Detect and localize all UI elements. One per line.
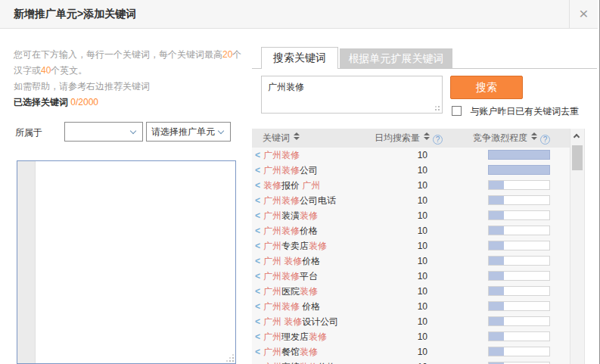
add-keyword-arrow-icon[interactable]: < [255, 193, 260, 208]
dialog-header: 新增推广单元>添加关键词 × [0, 0, 598, 29]
keywords-textarea[interactable] [36, 161, 235, 363]
table-row[interactable]: <广州专卖店装修10 [252, 238, 570, 254]
table-row[interactable]: <装修报价 广州10 [252, 178, 570, 193]
daily-search-volume: 10 [373, 314, 427, 329]
instructions-text: 您可在下方输入，每行一个关键词，每个关键词最高20个汉字或40个英文。 如需帮助… [14, 47, 250, 110]
add-keyword-arrow-icon[interactable]: < [255, 208, 260, 223]
chevron-down-icon [218, 128, 224, 134]
table-row[interactable]: <广州 装修价格10 [252, 254, 570, 269]
unit-select-value: 请选择推广单元 [151, 126, 215, 137]
daily-search-volume: 10 [373, 329, 427, 344]
plan-select[interactable] [64, 122, 143, 142]
resize-handle-icon[interactable] [432, 103, 440, 110]
table-row[interactable]: <广州餐馆装修10 [252, 344, 570, 359]
keyword-text: 装修报价 广州 [263, 178, 320, 193]
tab-search-keywords[interactable]: 搜索关键词 [261, 47, 338, 69]
table-row[interactable]: <广州宾馆装修价格10 [252, 359, 570, 364]
competition-bar [488, 286, 550, 296]
dedupe-row: 与账户昨日已有关键词去重 [452, 105, 579, 118]
keyword-text: 广州装修价格 [263, 223, 318, 238]
table-row[interactable]: <广州装修 价格10 [252, 299, 570, 314]
sort-icon[interactable] [294, 132, 300, 140]
table-row[interactable]: <广州装修10 [252, 148, 570, 163]
daily-search-volume: 10 [373, 344, 427, 359]
chevron-down-icon [130, 128, 136, 134]
competition-bar [488, 180, 550, 190]
keyword-text: 广州宾馆装修价格 [263, 359, 336, 364]
sort-icon[interactable] [531, 132, 537, 140]
daily-search-volume: 10 [373, 299, 427, 314]
unit-select[interactable]: 请选择推广单元 [146, 122, 231, 142]
keyword-table-body: <广州装修10<广州装修公司10<装修报价 广州10<广州装修公司电话10<广州… [252, 148, 570, 364]
table-row[interactable]: <广州装修价格10 [252, 223, 570, 238]
competition-bar [488, 256, 550, 266]
resize-handle-icon[interactable] [226, 354, 234, 362]
help-icon[interactable]: ? [433, 135, 443, 145]
table-row[interactable]: <广州理发店装修10 [252, 329, 570, 344]
table-scrollbar[interactable] [570, 129, 585, 364]
dedupe-checkbox[interactable] [452, 106, 462, 116]
sort-icon[interactable] [424, 132, 430, 140]
table-row[interactable]: <广州装修公司电话10 [252, 193, 570, 208]
add-keyword-arrow-icon[interactable]: < [255, 344, 260, 359]
daily-search-volume: 10 [373, 208, 427, 223]
add-keyword-arrow-icon[interactable]: < [255, 178, 260, 193]
add-keyword-arrow-icon[interactable]: < [255, 238, 260, 254]
add-keyword-arrow-icon[interactable]: < [255, 269, 260, 284]
belong-label: 所属于 [15, 126, 42, 139]
dedupe-label: 与账户昨日已有关键词去重 [470, 106, 579, 117]
scroll-up-icon[interactable] [570, 129, 584, 144]
scrollbar-thumb[interactable] [572, 145, 583, 170]
table-row[interactable]: <广州装潢装修10 [252, 208, 570, 223]
instructions-part3: 个英文。 [51, 65, 87, 76]
add-keyword-arrow-icon[interactable]: < [255, 254, 260, 269]
daily-search-volume: 10 [373, 359, 427, 364]
add-keyword-arrow-icon[interactable]: < [255, 223, 260, 238]
keywords-input-gutter [17, 161, 36, 363]
add-keyword-arrow-icon[interactable]: < [255, 299, 260, 314]
keywords-input-box [17, 160, 236, 364]
daily-search-volume: 10 [373, 269, 427, 284]
competition-bar [488, 241, 550, 250]
competition-bar [488, 226, 550, 235]
competition-bar [488, 271, 550, 281]
search-button[interactable]: 搜索 [450, 76, 523, 99]
add-keyword-arrow-icon[interactable]: < [255, 329, 260, 344]
daily-search-volume: 10 [373, 254, 427, 269]
add-keywords-dialog: 新增推广单元>添加关键词 × 您可在下方输入，每行一个关键词，每个关键词最高20… [0, 0, 600, 364]
table-row[interactable]: <广州装修公司10 [252, 163, 570, 178]
keyword-text: 广州理发店装修 [263, 329, 327, 344]
dialog-title: 新增推广单元>添加关键词 [14, 0, 136, 28]
column-daily-search-volume[interactable]: 日均搜索量? [375, 129, 443, 148]
keyword-text: 广州装潢装修 [263, 208, 318, 223]
keyword-text: 广州医院装修 [263, 284, 318, 299]
search-input[interactable]: 广州装修 [261, 76, 443, 114]
table-row[interactable]: <广州医院装修10 [252, 284, 570, 299]
tab-expand-by-unit[interactable]: 根据单元扩展关键词 [340, 48, 452, 68]
keyword-text: 广州专卖店装修 [263, 238, 327, 254]
daily-search-volume: 10 [373, 238, 427, 254]
add-keyword-arrow-icon[interactable]: < [255, 284, 260, 299]
competition-bar [488, 195, 550, 205]
daily-search-volume: 10 [373, 148, 427, 163]
competition-bar [488, 165, 550, 175]
column-competition[interactable]: 竞争激烈程度? [473, 129, 550, 148]
help-icon[interactable]: ? [540, 135, 550, 145]
close-button[interactable]: × [569, 0, 598, 28]
selected-keywords-line: 已选择关键词 0/2000 [14, 95, 250, 110]
keyword-table-header: 关键词 日均搜索量? 竞争激烈程度? [252, 129, 570, 148]
column-keyword[interactable]: 关键词 [263, 129, 300, 148]
daily-search-volume: 10 [373, 284, 427, 299]
add-keyword-arrow-icon[interactable]: < [255, 163, 260, 178]
daily-search-volume: 10 [373, 223, 427, 238]
add-keyword-arrow-icon[interactable]: < [255, 148, 260, 163]
table-row[interactable]: <广州装修平台10 [252, 269, 570, 284]
keyword-text: 广州装修平台 [263, 269, 318, 284]
keyword-text: 广州餐馆装修 [263, 344, 318, 359]
table-row[interactable]: <广州 装修设计公司10 [252, 314, 570, 329]
selected-label: 已选择关键词 [14, 97, 68, 107]
selected-count: 0/2000 [70, 97, 98, 107]
add-keyword-arrow-icon[interactable]: < [255, 314, 260, 329]
add-keyword-arrow-icon[interactable]: < [255, 359, 260, 364]
instructions-part1: 您可在下方输入，每行一个关键词，每个关键词最高 [14, 49, 222, 60]
